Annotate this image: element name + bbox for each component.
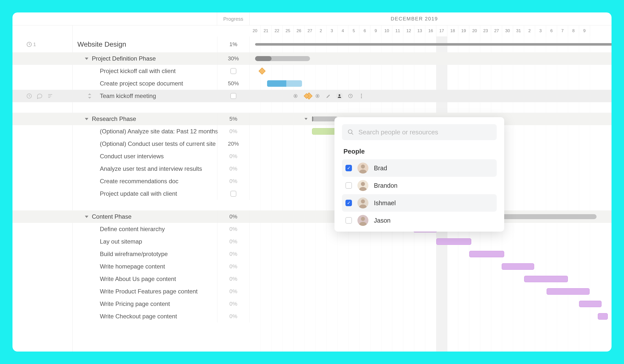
person-checkbox[interactable] (345, 182, 352, 189)
day-column[interactable]: 3 (535, 25, 546, 36)
person-row[interactable]: ✓Brad (342, 159, 497, 177)
progress-cell[interactable]: 0% (217, 298, 250, 310)
group-row[interactable]: Research Phase5% (12, 113, 612, 125)
task-row[interactable]: Lay out sitemap0% (12, 235, 612, 248)
task-row[interactable]: Analyze user test and interview results0… (12, 163, 612, 175)
day-column[interactable]: 4 (337, 25, 348, 36)
spacer-row[interactable] (12, 102, 612, 113)
person-row[interactable]: Brandon (342, 177, 497, 194)
task-row[interactable]: Write homepage content0% (12, 260, 612, 273)
group-collapse-icon[interactable] (305, 118, 308, 120)
milestone-marker[interactable] (259, 68, 266, 75)
milestone-icon[interactable] (303, 92, 310, 99)
person-icon[interactable] (336, 92, 343, 99)
group-name[interactable]: Project Definition Phase (85, 55, 156, 62)
progress-cell[interactable] (217, 90, 250, 102)
progress-cell[interactable]: 0% (217, 310, 250, 323)
task-row[interactable]: Create project scope document50% (12, 77, 612, 90)
task-row[interactable]: Team kickoff meeting (12, 90, 612, 102)
project-row[interactable]: 1 Website Design 1% (12, 36, 612, 52)
day-column[interactable]: 20 (469, 25, 480, 36)
day-column[interactable]: 2 (315, 25, 326, 36)
task-bar[interactable] (579, 301, 602, 307)
day-column[interactable]: 9 (370, 25, 381, 36)
group-row[interactable]: Project Definition Phase30% (12, 52, 612, 65)
day-column[interactable]: 18 (447, 25, 458, 36)
complete-checkbox[interactable] (230, 68, 236, 74)
progress-cell[interactable]: 20% (217, 138, 250, 150)
day-column[interactable]: 3 (326, 25, 337, 36)
day-column[interactable]: 8 (568, 25, 579, 36)
people-search-input[interactable] (358, 128, 491, 136)
task-row[interactable]: Define content hierarchy0% (12, 223, 612, 235)
progress-cell[interactable]: 0% (217, 285, 250, 298)
task-row[interactable]: Conduct user interviews0% (12, 150, 612, 163)
group-row[interactable]: Content Phase0% (12, 210, 612, 223)
day-column[interactable]: 25 (283, 25, 294, 36)
task-bar[interactable] (524, 276, 568, 282)
task-name[interactable]: Project update call with client (100, 190, 177, 197)
day-column[interactable]: 30 (502, 25, 513, 36)
task-name[interactable]: Build wireframe/prototype (100, 251, 168, 258)
task-name[interactable]: Create recommendations doc (100, 178, 178, 185)
project-title[interactable]: Website Design (77, 40, 126, 48)
day-column[interactable]: 10 (381, 25, 392, 36)
complete-checkbox[interactable] (230, 191, 236, 197)
day-column[interactable]: 9 (579, 25, 590, 36)
day-column[interactable]: 21 (261, 25, 272, 36)
clock-icon[interactable] (347, 92, 354, 99)
timeline-days-strip[interactable]: 2021222526272345691011121316171819202327… (250, 25, 612, 36)
task-row[interactable]: (Optional) Analyze site data: Past 12 mo… (12, 125, 612, 138)
day-column[interactable]: 5 (348, 25, 359, 36)
task-bar[interactable] (267, 80, 302, 87)
person-checkbox[interactable]: ✓ (345, 200, 352, 206)
progress-cell[interactable]: 0% (217, 150, 250, 163)
group-bar[interactable] (255, 56, 310, 61)
people-search[interactable] (342, 124, 497, 140)
task-name[interactable]: Create project scope document (100, 80, 183, 87)
progress-cell[interactable]: 0% (217, 260, 250, 273)
day-column[interactable]: 20 (250, 25, 261, 36)
day-column[interactable]: 23 (480, 25, 491, 36)
task-row[interactable]: Project kickoff call with client (12, 65, 612, 77)
collapse-chevron-icon[interactable] (85, 58, 88, 60)
clock-icon[interactable] (26, 93, 32, 99)
day-column[interactable]: 19 (458, 25, 469, 36)
day-column[interactable]: 22 (272, 25, 283, 36)
task-row[interactable]: Project update call with client (12, 187, 612, 200)
progress-cell[interactable]: 30% (217, 52, 250, 65)
task-row[interactable]: Write Checkout page content0% (12, 310, 612, 323)
progress-cell[interactable]: 0% (217, 125, 250, 138)
person-row[interactable]: ✓Ishmael (342, 194, 497, 212)
group-name[interactable]: Research Phase (85, 115, 136, 122)
task-row[interactable]: (Optional) Conduct user tests of current… (12, 138, 612, 150)
task-name[interactable]: Write About Us page content (100, 275, 176, 282)
task-name[interactable]: Lay out sitemap (100, 238, 142, 245)
task-name[interactable]: Write Pricing page content (100, 300, 170, 307)
pencil-icon[interactable] (325, 92, 332, 99)
task-name[interactable]: Conduct user interviews (100, 153, 164, 160)
progress-cell[interactable]: 0% (217, 210, 250, 223)
progress-cell[interactable]: 0% (217, 273, 250, 285)
task-name[interactable]: (Optional) Analyze site data: Past 12 mo… (100, 128, 218, 135)
task-name[interactable]: Team kickoff meeting (100, 92, 156, 99)
circle-dot-icon[interactable] (292, 92, 299, 99)
task-name[interactable]: Define content hierarchy (100, 226, 165, 233)
day-column[interactable]: 6 (359, 25, 370, 36)
task-name[interactable]: Analyze user test and interview results (100, 165, 202, 172)
person-checkbox[interactable] (345, 217, 352, 224)
day-column[interactable]: 31 (513, 25, 524, 36)
circle-dot-icon[interactable] (314, 92, 321, 99)
day-column[interactable]: 11 (392, 25, 403, 36)
attachment-icon[interactable]: 1 (26, 41, 36, 47)
task-bar[interactable] (547, 288, 590, 295)
day-column[interactable]: 12 (403, 25, 414, 36)
day-column[interactable]: 27 (491, 25, 502, 36)
day-column[interactable]: 27 (305, 25, 315, 36)
progress-cell[interactable] (217, 65, 250, 77)
task-bar[interactable] (469, 251, 504, 257)
progress-cell[interactable]: 0% (217, 223, 250, 235)
progress-cell[interactable] (217, 187, 250, 200)
task-bar[interactable] (436, 238, 471, 245)
project-summary-bar[interactable] (255, 43, 612, 46)
